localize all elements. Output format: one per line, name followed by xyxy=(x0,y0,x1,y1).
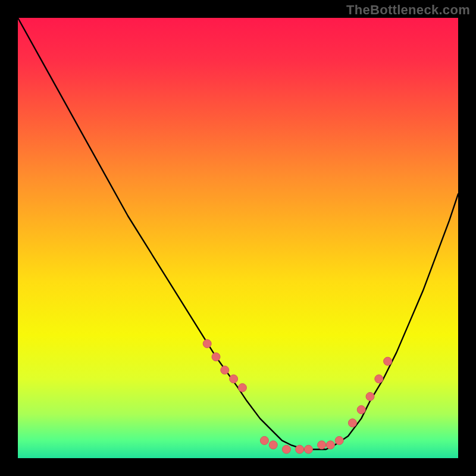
data-marker xyxy=(260,436,268,444)
data-marker xyxy=(384,357,392,365)
data-marker xyxy=(282,445,290,453)
data-marker xyxy=(375,375,383,383)
data-marker xyxy=(366,392,374,400)
data-marker xyxy=(304,445,312,453)
data-marker xyxy=(269,441,277,449)
plot-background xyxy=(18,18,458,458)
data-marker xyxy=(230,375,238,383)
data-marker xyxy=(296,445,304,453)
data-marker xyxy=(326,441,334,449)
data-marker xyxy=(238,384,246,392)
data-marker xyxy=(221,366,229,374)
chart-svg xyxy=(0,0,476,476)
watermark-text: TheBottleneck.com xyxy=(346,2,470,18)
data-marker xyxy=(318,441,326,449)
data-marker xyxy=(203,340,211,348)
data-marker xyxy=(212,353,220,361)
chart-container: TheBottleneck.com xyxy=(0,0,476,476)
data-marker xyxy=(335,436,343,444)
data-marker xyxy=(357,406,365,414)
data-marker xyxy=(348,419,356,427)
